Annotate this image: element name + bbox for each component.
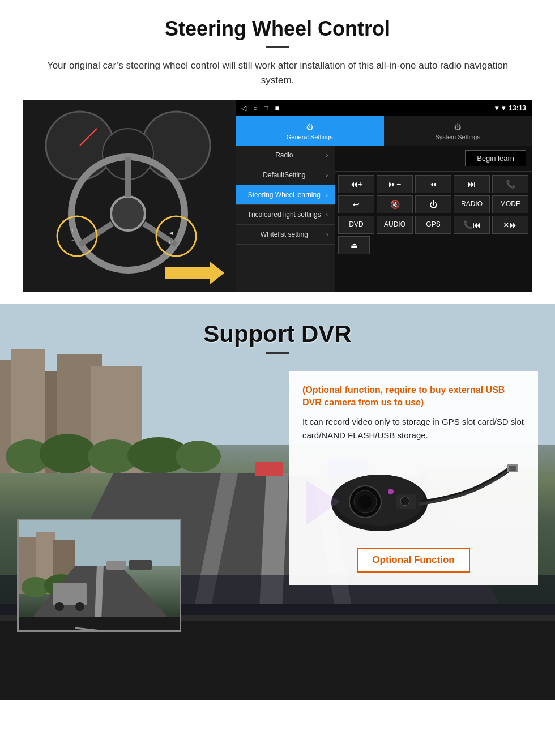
ctrl-mode[interactable]: MODE	[492, 195, 528, 213]
tab-general-label: General Settings	[287, 134, 333, 140]
steering-subtitle: Your original car’s steering wheel contr…	[34, 58, 521, 87]
menu-tri-label: Tricoloured light settings	[242, 211, 326, 219]
back-icon[interactable]: ◁	[241, 104, 246, 112]
menu-icon[interactable]: ■	[275, 104, 279, 112]
chevron-icon-2: ›	[326, 172, 328, 178]
control-row-2: ↩ 🔇 ⏻ RADIO MOD	[338, 195, 528, 213]
ctrl-gps[interactable]: GPS	[415, 216, 451, 234]
tab-system-settings[interactable]: ⚙ System Settings	[384, 116, 532, 146]
ctrl-prev[interactable]: ⏮	[415, 175, 451, 193]
chevron-icon-3: ›	[326, 192, 328, 198]
menu-whitelist-label: Whitelist setting	[242, 230, 326, 238]
menu-item-tricoloured[interactable]: Tricoloured light settings ›	[236, 205, 335, 225]
chevron-icon-5: ›	[326, 232, 328, 238]
control-panel: Begin learn ⏮+ ⏭− ⏮	[335, 146, 532, 292]
title-divider	[266, 46, 289, 48]
android-tabs: ⚙ General Settings ⚙ System Settings	[236, 116, 532, 146]
ctrl-vol-up[interactable]: ⏮+	[338, 175, 374, 193]
svg-point-24	[40, 434, 96, 473]
ctrl-hangup[interactable]: ↩	[338, 195, 374, 213]
recents-icon[interactable]: □	[264, 104, 268, 112]
gear-icon: ⚙	[306, 122, 314, 133]
menu-steering-label: Steering Wheel learning	[242, 191, 326, 199]
dvr-divider	[266, 352, 289, 354]
svg-rect-60	[53, 583, 87, 605]
control-row-3: DVD AUDIO GPS 📞⏮	[338, 216, 528, 234]
tab-system-label: System Settings	[436, 134, 480, 140]
steering-section: Steering Wheel Control Your original car…	[0, 0, 555, 304]
control-buttons-area: ⏮+ ⏭− ⏮ ⏭ 📞	[335, 172, 532, 258]
svg-rect-46	[509, 466, 516, 471]
dvr-title: Support DVR	[0, 321, 555, 348]
ctrl-phone-prev[interactable]: 📞⏮	[454, 216, 490, 234]
steering-title: Steering Wheel Control	[23, 17, 532, 41]
dvr-body-text: It can record video only to storage in G…	[302, 415, 524, 442]
svg-point-43	[358, 495, 372, 509]
steering-wheel-svg: + − ◀ ▷	[23, 100, 236, 292]
menu-item-steering-learning[interactable]: Steering Wheel learning ›	[236, 185, 335, 205]
dvr-title-wrap: Support DVR	[0, 304, 555, 360]
dvr-preview-screen	[17, 519, 181, 632]
optional-function-button[interactable]: Optional Function	[357, 548, 470, 573]
svg-point-44	[388, 489, 394, 494]
svg-point-62	[75, 602, 84, 611]
menu-panel: Radio › DefaultSetting › Steering Wheel …	[236, 146, 335, 292]
begin-learn-row: Begin learn	[335, 146, 532, 172]
svg-rect-63	[19, 617, 181, 632]
ctrl-audio[interactable]: AUDIO	[377, 216, 413, 234]
ctrl-x-next[interactable]: ✕⏭	[492, 216, 528, 234]
dvr-info-card: (Optional function, require to buy exter…	[289, 371, 538, 585]
svg-rect-32	[255, 462, 283, 476]
svg-point-27	[176, 441, 221, 472]
svg-text:◀: ◀	[169, 230, 173, 236]
svg-text:▷: ▷	[169, 239, 173, 244]
svg-point-49	[400, 497, 409, 506]
ctrl-vol-down[interactable]: ⏭−	[377, 175, 413, 193]
signal-icon: ▾	[495, 104, 498, 112]
control-row-1: ⏮+ ⏭− ⏮ ⏭ 📞	[338, 175, 528, 193]
svg-point-61	[55, 602, 64, 611]
android-topbar: ◁ ○ □ ■ ▾ ▾ 13:13	[236, 100, 532, 116]
dvr-camera-svg	[306, 452, 521, 537]
ctrl-next[interactable]: ⏭	[454, 175, 490, 193]
menu-item-default[interactable]: DefaultSetting ›	[236, 165, 335, 185]
chevron-icon-4: ›	[326, 212, 328, 218]
ctrl-power[interactable]: ⏻	[415, 195, 451, 213]
dvr-section: Support DVR (Optional function, require …	[0, 304, 555, 700]
ctrl-mute[interactable]: 🔇	[377, 195, 413, 213]
svg-text:−: −	[71, 237, 74, 243]
menu-item-whitelist[interactable]: Whitelist setting ›	[236, 225, 335, 245]
svg-point-6	[111, 197, 145, 230]
android-ui-panel: ◁ ○ □ ■ ▾ ▾ 13:13 ⚙ General Settings	[236, 100, 532, 292]
menu-radio-label: Radio	[242, 151, 326, 159]
clock: 13:13	[509, 104, 526, 112]
photo-bg: + − ◀ ▷	[23, 100, 236, 292]
topbar-nav-icons: ◁ ○ □ ■	[241, 104, 279, 112]
dvr-camera-image	[302, 449, 524, 540]
begin-learn-button[interactable]: Begin learn	[465, 150, 526, 166]
svg-rect-59	[129, 560, 152, 570]
svg-marker-47	[306, 480, 340, 526]
steering-wheel-photo: + − ◀ ▷	[23, 100, 236, 292]
dvr-optional-text: (Optional function, require to buy exter…	[302, 384, 524, 409]
steering-content-area: + − ◀ ▷ ◁ ○ □ ■	[23, 100, 532, 292]
settings-icon: ⚙	[454, 122, 462, 133]
ctrl-phone[interactable]: 📞	[492, 175, 528, 193]
dvr-preview-svg	[19, 520, 181, 632]
svg-text:+: +	[71, 228, 74, 233]
android-body: Radio › DefaultSetting › Steering Wheel …	[236, 146, 532, 292]
ctrl-radio[interactable]: RADIO	[454, 195, 490, 213]
menu-default-label: DefaultSetting	[242, 171, 326, 179]
ctrl-dvd[interactable]: DVD	[338, 216, 374, 234]
menu-item-radio[interactable]: Radio ›	[236, 146, 335, 165]
ctrl-eject[interactable]: ⏏	[338, 236, 370, 254]
chevron-icon: ›	[326, 152, 328, 159]
home-icon[interactable]: ○	[253, 104, 257, 112]
svg-rect-58	[106, 561, 126, 570]
wifi-icon: ▾	[502, 104, 505, 112]
tab-general-settings[interactable]: ⚙ General Settings	[236, 116, 384, 146]
control-row-4: ⏏	[338, 236, 528, 254]
dvr-preview-inner	[19, 520, 180, 630]
topbar-status: ▾ ▾ 13:13	[495, 104, 526, 112]
